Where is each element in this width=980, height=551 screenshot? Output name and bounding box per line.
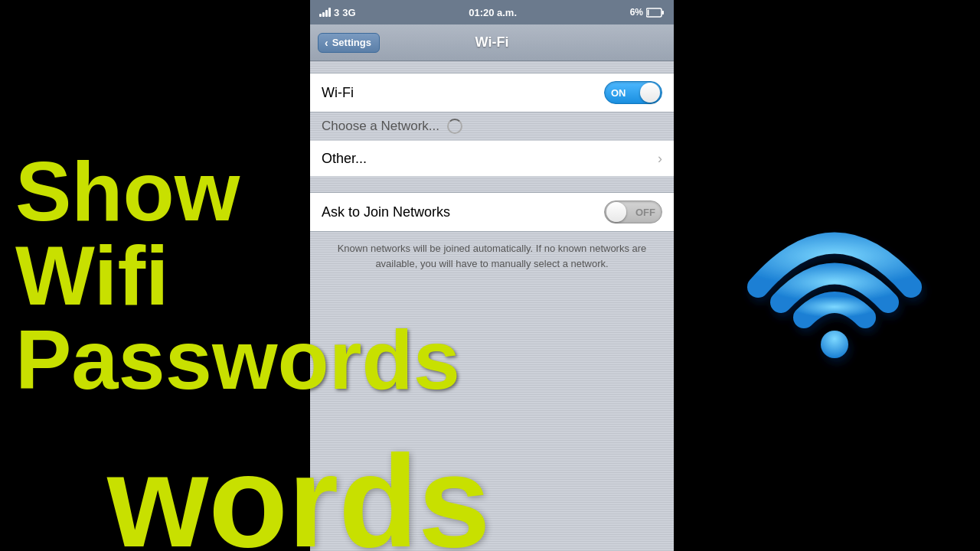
- status-left: 3 3G: [319, 7, 356, 18]
- signal-bar-3: [325, 10, 328, 17]
- back-chevron-icon: ‹: [325, 37, 328, 49]
- wifi-icon: [735, 176, 934, 375]
- network-type: 3: [334, 7, 339, 18]
- content-area: Wi-Fi ON Choose a Network... Other... › …: [310, 61, 674, 551]
- nav-title: Wi-Fi: [475, 34, 509, 51]
- wifi-label: Wi-Fi: [322, 85, 354, 101]
- svg-rect-2: [647, 9, 648, 15]
- signal-bar-4: [328, 8, 331, 17]
- other-label: Other...: [322, 151, 367, 167]
- choose-network-row: Choose a Network...: [310, 112, 674, 140]
- ask-join-toggle-label: OFF: [635, 207, 655, 218]
- back-label: Settings: [332, 37, 371, 48]
- wifi-toggle[interactable]: ON: [604, 81, 662, 104]
- wifi-toggle-label: ON: [611, 87, 626, 99]
- ask-join-label: Ask to Join Networks: [322, 204, 450, 220]
- status-time: 01:20 a.m.: [469, 7, 517, 18]
- ask-join-row: Ask to Join Networks OFF: [310, 193, 674, 231]
- left-line-1: Show: [15, 149, 302, 233]
- ask-join-toggle[interactable]: OFF: [604, 201, 662, 223]
- wifi-section: Wi-Fi ON: [310, 73, 674, 112]
- left-line-3: Passwords: [15, 318, 302, 402]
- back-button[interactable]: ‹ Settings: [318, 33, 380, 53]
- wifi-toggle-thumb: [640, 83, 660, 103]
- status-right: 6%: [630, 7, 665, 18]
- network-gen: 3G: [342, 7, 355, 18]
- wifi-row: Wi-Fi ON: [310, 73, 674, 112]
- loading-spinner: [447, 119, 462, 134]
- battery-percent: 6%: [630, 7, 643, 18]
- signal-bar-1: [319, 14, 322, 17]
- signal-bars: [319, 8, 331, 17]
- other-row[interactable]: Other... ›: [310, 140, 674, 177]
- status-bar: 3 3G 01:20 a.m. 6%: [310, 0, 674, 24]
- choose-network-label: Choose a Network...: [322, 119, 439, 134]
- battery-icon: [646, 8, 665, 18]
- other-chevron-icon: ›: [658, 151, 662, 167]
- ask-join-section: Ask to Join Networks OFF: [310, 192, 674, 232]
- left-text-panel: Show Wifi Passwords: [0, 0, 310, 551]
- signal-bar-2: [322, 12, 325, 17]
- wifi-icon-container: [689, 0, 980, 551]
- left-line-2: Wifi: [15, 233, 302, 318]
- right-wifi-area: [689, 0, 980, 551]
- svg-point-3: [821, 331, 848, 358]
- phone-screen: 3 3G 01:20 a.m. 6% ‹ Settings Wi-Fi: [310, 0, 674, 551]
- ask-join-toggle-thumb: [606, 202, 626, 222]
- svg-rect-1: [662, 11, 664, 15]
- description-text: Known networks will be joined automatica…: [310, 232, 674, 280]
- nav-bar: ‹ Settings Wi-Fi: [310, 24, 674, 61]
